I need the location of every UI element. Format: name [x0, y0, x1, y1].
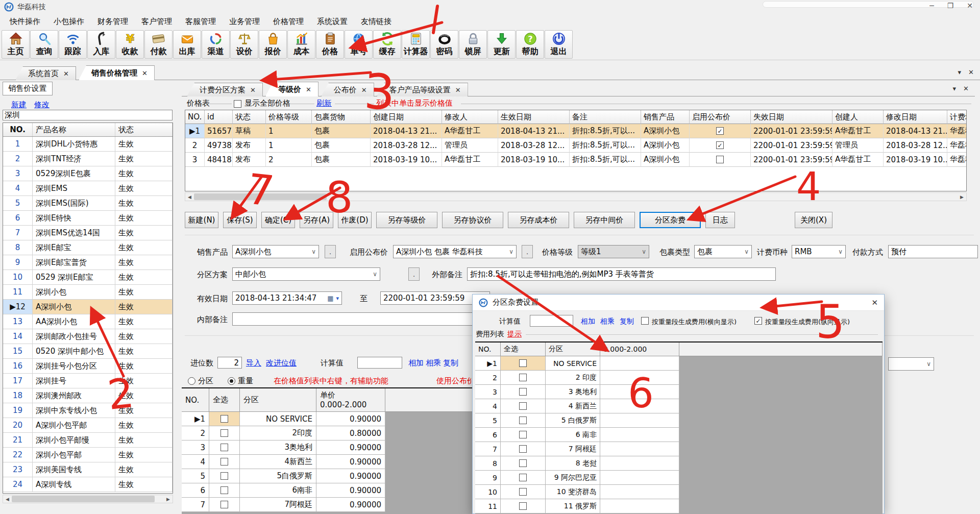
grid-horizontal-scrollbar[interactable]: ◀ ▶: [185, 192, 967, 201]
zone-plan-more-button[interactable]: .: [408, 267, 420, 281]
close-button[interactable]: ✕: [967, 2, 973, 10]
toolbar-yen-button[interactable]: ¥收款: [116, 30, 144, 59]
sale-product-select[interactable]: A深圳小包 ∨: [232, 245, 319, 258]
tab-close-icon[interactable]: ✕: [250, 86, 256, 94]
tip-link[interactable]: 提示: [507, 330, 522, 339]
select-checkbox[interactable]: [519, 417, 527, 424]
sidebar-horizontal-scrollbar[interactable]: ◀ ▶: [3, 495, 173, 503]
action-button[interactable]: 另存(A): [300, 212, 333, 228]
action-button[interactable]: 另存中间价: [574, 212, 635, 228]
pricing-tab[interactable]: 计费分区方案✕: [187, 83, 263, 96]
product-row[interactable]: 9深圳E邮宝普货生效: [3, 255, 173, 270]
dialog-close-icon[interactable]: ✕: [871, 298, 878, 307]
currency-select[interactable]: RMB ∨: [792, 245, 846, 258]
tab-close-icon[interactable]: ✕: [142, 69, 148, 77]
select-checkbox[interactable]: [519, 488, 527, 496]
tab-close-icon[interactable]: ✕: [63, 70, 69, 78]
pricing-tab[interactable]: 公布价✕: [321, 83, 374, 96]
minimize-button[interactable]: ─: [929, 2, 934, 10]
publish-price-checkbox[interactable]: [716, 156, 724, 163]
carry-digits-input[interactable]: [217, 357, 242, 369]
product-row[interactable]: 18深圳澳州邮政生效: [3, 388, 173, 403]
select-checkbox[interactable]: [220, 415, 228, 423]
show-all-prices-checkbox[interactable]: [234, 100, 241, 108]
product-row[interactable]: 20A深圳小包平邮生效: [3, 418, 173, 433]
product-row[interactable]: 22深圳小包平邮生效: [3, 448, 173, 462]
pricing-tab[interactable]: 客户产品等级设置✕: [377, 83, 468, 96]
toolbar-clipboard-button[interactable]: 价格: [316, 30, 344, 59]
dialog-add-link[interactable]: 相加: [581, 317, 595, 326]
product-row[interactable]: 13AA深圳小包生效: [3, 314, 173, 329]
product-row[interactable]: 17深圳挂号生效: [3, 374, 173, 388]
add-link[interactable]: 相加: [408, 358, 424, 368]
product-row[interactable]: 7深圳EMS优选14国生效: [3, 226, 173, 240]
toolbar-chart-button[interactable]: 成本: [287, 30, 315, 59]
pricing-tab[interactable]: 等级价✕: [265, 82, 318, 96]
scroll-right-icon[interactable]: ▶: [958, 193, 966, 201]
product-row[interactable]: 19深圳中东专线小包生效: [3, 403, 173, 418]
product-row[interactable]: 23深圳美国专线生效: [3, 462, 173, 477]
menu-item[interactable]: 友情链接: [354, 15, 398, 29]
product-row[interactable]: 1深圳DHL小货特惠生效: [3, 137, 173, 152]
tab-overflow-dropdown-icon[interactable]: ▾: [953, 85, 957, 92]
scroll-right-icon[interactable]: ▶: [164, 495, 173, 503]
product-row[interactable]: 5深圳EMS(国际)生效: [3, 196, 173, 211]
select-checkbox[interactable]: [220, 444, 228, 451]
dialog-calc-input[interactable]: [530, 315, 573, 327]
toolbar-scanner-button[interactable]: 入库: [87, 30, 115, 59]
publish-price-checkbox[interactable]: ✓: [716, 127, 724, 135]
action-button[interactable]: 另存协议价: [442, 212, 503, 228]
tab-close-icon[interactable]: ✕: [455, 86, 461, 94]
select-checkbox[interactable]: [220, 458, 228, 466]
select-checkbox[interactable]: [519, 502, 527, 510]
fee-row[interactable]: 88 老挝: [475, 456, 883, 471]
product-row[interactable]: 8深圳E邮宝生效: [3, 240, 173, 255]
fee-row[interactable]: ▶1NO SERVICE: [475, 356, 883, 371]
select-checkbox[interactable]: [220, 472, 228, 480]
toolbar-recycle-button[interactable]: 缓存: [373, 30, 401, 59]
action-button[interactable]: 作废(D): [338, 212, 372, 228]
select-checkbox[interactable]: [519, 359, 527, 367]
valid-from-datepicker[interactable]: 2018-04-13 21:34:47 ▦ ▾: [232, 291, 342, 305]
toolbar-bag-button[interactable]: 报价: [259, 30, 287, 59]
product-row[interactable]: 100529 深圳E邮宝生效: [3, 270, 173, 285]
scrollbar-thumb[interactable]: [12, 496, 155, 502]
product-row[interactable]: 150520 深圳中邮小包生效: [3, 344, 173, 359]
menu-item[interactable]: 业务管理: [223, 15, 266, 29]
menu-item[interactable]: 客户管理: [135, 15, 179, 29]
toolbar-scales-button[interactable]: 设价: [230, 30, 258, 59]
select-checkbox[interactable]: [519, 374, 527, 381]
menu-item[interactable]: 快件操作: [3, 15, 47, 29]
select-checkbox[interactable]: [519, 431, 527, 438]
zone-plan-select[interactable]: 中邮小包 ∨: [232, 267, 380, 281]
multiply-link[interactable]: 相乘: [426, 358, 441, 368]
product-row[interactable]: 6深圳E特快生效: [3, 211, 173, 226]
action-button[interactable]: 另存成本价: [508, 212, 569, 228]
menu-item[interactable]: 小包操作: [47, 15, 91, 29]
refresh-link[interactable]: 刷新: [316, 99, 332, 108]
tab-overflow-dropdown-icon[interactable]: ▾: [958, 68, 962, 76]
toolbar-channel-button[interactable]: 渠道: [202, 30, 230, 59]
scroll-left-icon[interactable]: ◀: [185, 193, 194, 201]
toolbar-mail-button[interactable]: 出库: [173, 30, 201, 59]
tab-close-icon[interactable]: ✕: [361, 86, 367, 94]
tab-sale-price-settings[interactable]: 销售价设置: [3, 82, 53, 95]
menu-item[interactable]: 价格管理: [266, 15, 310, 29]
dialog-copy-link[interactable]: 复制: [620, 317, 634, 326]
grid-row[interactable]: 249738发布1包裹2018-03-28 12...管理员2018-03-28…: [185, 138, 966, 153]
product-row[interactable]: 4深圳EMS生效: [3, 181, 173, 196]
product-row[interactable]: 16深圳挂号小包分区生效: [3, 359, 173, 374]
action-button[interactable]: 关闭(X): [795, 212, 832, 228]
action-button[interactable]: 日志: [705, 212, 735, 228]
fee-row[interactable]: 33 奥地利: [475, 385, 883, 399]
select-checkbox[interactable]: [220, 486, 228, 494]
menu-item[interactable]: 客服管理: [179, 15, 223, 29]
fee-row[interactable]: 66 南非: [475, 428, 883, 442]
toolbar-padlock-button[interactable]: 锁屏: [459, 30, 487, 59]
price-grade-select[interactable]: 等级1 ∨: [578, 245, 649, 258]
tab-strip-close-icon[interactable]: ✕: [968, 68, 974, 76]
document-tab[interactable]: 系统首页✕: [15, 66, 76, 80]
fee-row[interactable]: 1111 俄罗斯: [475, 499, 883, 513]
product-row[interactable]: 30529深圳E包裹生效: [3, 166, 173, 181]
publish-price-checkbox[interactable]: ✓: [716, 141, 724, 149]
